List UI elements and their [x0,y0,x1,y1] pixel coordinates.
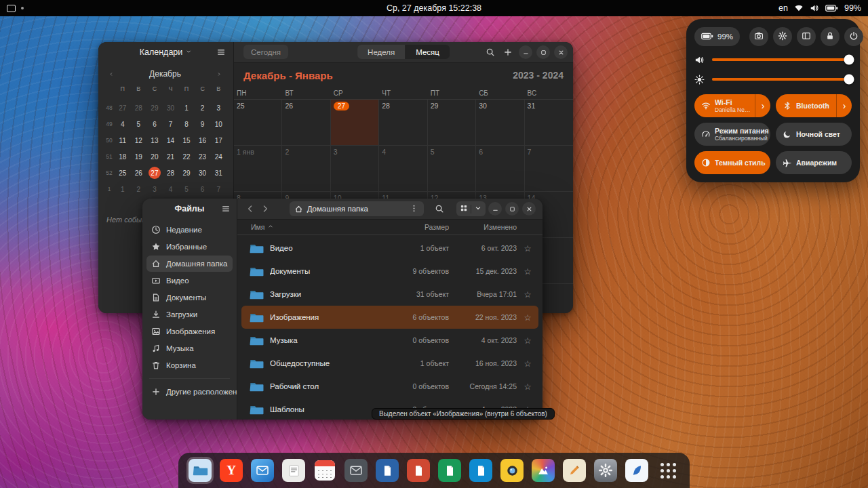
mini-day[interactable]: 2 [195,100,211,116]
new-event-button[interactable] [501,45,515,59]
calendar-day-cell[interactable]: 3 [331,146,379,192]
slider-knob[interactable] [844,75,854,85]
dock-notes[interactable] [561,457,588,484]
mini-day[interactable]: 8 [178,116,195,132]
mini-day[interactable]: 15 [178,132,195,148]
lock-button[interactable] [821,27,840,46]
mini-day[interactable]: 30 [163,100,179,116]
chevron-right-icon[interactable]: › [836,94,852,117]
mini-day[interactable]: 18 [115,148,131,165]
sidebar-item-video[interactable]: Видео [146,272,233,289]
calendar-day-cell[interactable]: 28 [379,100,427,146]
mini-day-today[interactable]: 27 [149,167,161,179]
mini-day[interactable]: 14 [163,132,179,148]
clock-menu[interactable]: Ср, 27 декабря 15:22:38 [387,3,481,13]
mini-day[interactable]: 7 [163,116,179,132]
mini-next-month-button[interactable] [213,68,225,80]
mini-day[interactable]: 21 [163,148,179,165]
month-view-button[interactable]: Месяц [405,45,450,59]
mini-day[interactable]: 28 [131,100,147,116]
calendar-day-cell[interactable]: 4 [379,146,427,192]
calendar-day-cell-today[interactable]: 27 [331,100,379,146]
column-size[interactable]: Размер [391,223,449,231]
mini-day[interactable]: 6 [195,181,211,197]
file-row[interactable]: Общедоступные1 объект16 ноя. 2023☆ [241,352,538,375]
mini-day[interactable]: 1 [115,181,131,197]
files-search-button[interactable] [433,202,446,216]
mini-day[interactable]: 29 [146,100,163,116]
sidebar-item-star[interactable]: Избранные [146,239,233,255]
power-mode-toggle[interactable]: Режим питанияСбалансированный [694,123,770,146]
mini-day[interactable]: 6 [146,116,163,132]
night-light-toggle[interactable]: Ночной свет [776,123,852,146]
forward-button[interactable] [259,202,271,216]
file-row-selected[interactable]: Изображения6 объектов22 ноя. 2023☆ [241,306,538,329]
screen-layout-button[interactable] [797,27,816,46]
star-icon[interactable]: ☆ [517,336,538,346]
dock-office-writer[interactable] [374,457,401,484]
sidebar-item-home[interactable]: Домашняя папка [146,256,233,272]
sidebar-item-download[interactable]: Загрузки [146,306,233,323]
slider-track[interactable] [712,78,852,81]
dock-office-draw[interactable] [467,457,494,484]
mini-prev-month-button[interactable] [105,68,117,80]
calendar-day-cell[interactable]: 5 [428,146,476,192]
mini-day[interactable]: 25 [115,165,131,181]
mini-day[interactable]: 2 [131,181,147,197]
dock-camera[interactable] [498,457,526,484]
files-menu-button[interactable] [219,202,233,216]
column-name[interactable]: Имя [251,223,391,231]
calendar-day-cell[interactable]: 31 [525,100,573,146]
mini-day[interactable]: 29 [178,165,195,181]
star-icon[interactable]: ☆ [517,312,538,323]
mini-day[interactable]: 20 [146,148,163,165]
file-row[interactable]: Видео1 объект6 окт. 2023☆ [241,237,538,260]
files-minimize-button[interactable] [488,202,502,216]
topbar-status-area[interactable] [7,5,24,12]
file-row[interactable]: Загрузки31 объектВчера 17:01☆ [241,283,538,306]
dock-text-editor[interactable] [280,457,307,484]
chevron-right-icon[interactable]: › [755,94,770,117]
mini-day[interactable]: 22 [178,148,195,165]
slider-knob[interactable] [844,55,854,65]
calendar-menu-button[interactable] [214,45,228,59]
dock-office-impress[interactable] [405,457,432,484]
calendar-day-cell[interactable]: 6 [476,146,524,192]
calendar-day-cell[interactable]: 1 янв [234,146,282,192]
calendar-day-cell[interactable]: 2 [282,146,330,192]
dock-settings[interactable] [592,457,619,484]
calendar-day-cell[interactable]: 26 [282,100,330,146]
sidebar-item-other-locations[interactable]: Другие расположения [146,384,233,400]
mini-day[interactable]: 4 [115,116,131,132]
mini-day[interactable]: 10 [210,116,226,132]
mini-day[interactable]: 12 [131,132,147,148]
view-options-chevron-icon[interactable] [474,203,482,215]
file-row[interactable]: Музыка0 объектов4 окт. 2023☆ [241,329,538,352]
files-maximize-button[interactable] [505,202,519,216]
path-bar[interactable]: Домашняя папка [290,201,424,216]
mini-day[interactable]: 16 [195,132,211,148]
mini-day[interactable]: 7 [210,181,226,197]
sidebar-item-trash[interactable]: Корзина [146,357,233,373]
dock-office-calc[interactable] [436,457,463,484]
week-view-button[interactable]: Неделя [357,45,405,59]
sidebar-item-clock[interactable]: Недавние [146,222,233,238]
dock-mail-dark[interactable] [342,457,370,484]
star-icon[interactable]: ☆ [517,266,538,277]
dock-pen[interactable] [623,457,650,484]
sidebar-item-music[interactable]: Музыка [146,340,233,357]
mini-day[interactable]: 26 [131,165,147,181]
calendar-day-cell[interactable]: 25 [234,100,282,146]
sidebar-item-image[interactable]: Изображения [146,323,233,340]
mini-day[interactable]: 3 [210,100,226,116]
back-button[interactable] [244,202,256,216]
dock-mail[interactable] [249,457,276,484]
column-modified[interactable]: Изменено [449,223,517,231]
mini-day[interactable]: 9 [195,116,211,132]
calendar-day-cell[interactable]: 29 [428,100,476,146]
sidebar-item-doc[interactable]: Документы [146,289,233,306]
calendar-day-cell[interactable]: 7 [525,146,573,192]
mini-day[interactable]: 28 [163,165,179,181]
calendar-close-button[interactable] [554,45,568,59]
airplane-toggle[interactable]: Авиарежим [776,151,852,174]
